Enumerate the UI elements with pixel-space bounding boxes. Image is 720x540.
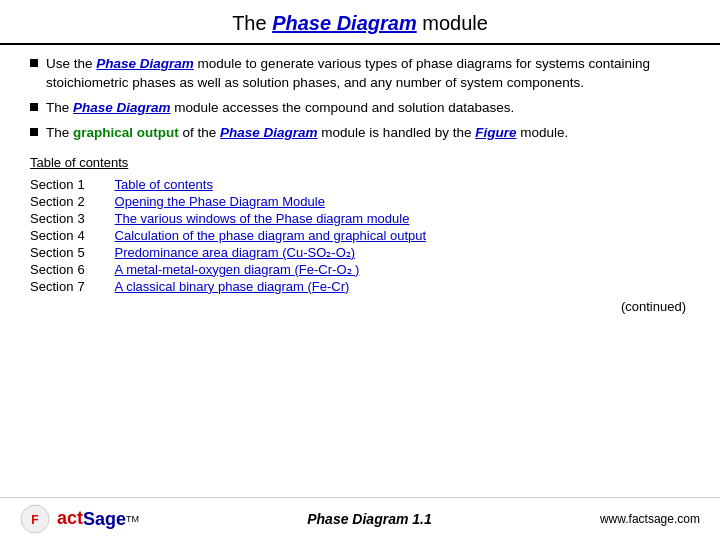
bullet-list: Use the Phase Diagram module to generate… — [30, 55, 690, 143]
toc-title: Table of contents — [30, 155, 690, 170]
b3-phase-diagram: Phase Diagram — [220, 125, 318, 140]
toc-row: Section1Table of contents — [30, 176, 432, 193]
toc-row-num: 6 — [77, 261, 114, 278]
toc-row-link[interactable]: Opening the Phase Diagram Module — [115, 193, 433, 210]
toc-row-num: 2 — [77, 193, 114, 210]
bullet-item-3: The graphical output of the Phase Diagra… — [30, 124, 690, 143]
footer: F act Sage TM Phase Diagram 1.1 www.fact… — [0, 497, 720, 540]
footer-phase-diagram: Phase Diagram — [307, 511, 408, 527]
toc-row-link[interactable]: Predominance area diagram (Cu-SO₂-O₂) — [115, 244, 433, 261]
bullet-text-1: Use the Phase Diagram module to generate… — [46, 55, 690, 93]
toc-row-num: 4 — [77, 227, 114, 244]
toc-row: Section6A metal-metal-oxygen diagram (Fe… — [30, 261, 432, 278]
continued-text: (continued) — [30, 299, 690, 314]
footer-logo: F act Sage TM — [20, 504, 139, 534]
toc-section-label: Section — [30, 210, 77, 227]
title-suffix: module — [417, 12, 488, 34]
toc-row-num: 3 — [77, 210, 114, 227]
toc-section-label: Section — [30, 261, 77, 278]
b3-part1: The — [46, 125, 73, 140]
bullet-icon-1 — [30, 59, 38, 67]
title-italic: Phase Diagram — [272, 12, 417, 34]
b3-figure[interactable]: Figure — [475, 125, 516, 140]
b3-part2: of the — [179, 125, 220, 140]
toc-section-label: Section — [30, 244, 77, 261]
b2-phase-diagram: Phase Diagram — [73, 100, 171, 115]
page-title: The Phase Diagram module — [232, 12, 488, 34]
bullet-item-1: Use the Phase Diagram module to generate… — [30, 55, 690, 93]
toc-row: Section7A classical binary phase diagram… — [30, 278, 432, 295]
b3-graphical-output: graphical output — [73, 125, 179, 140]
toc-row-num: 7 — [77, 278, 114, 295]
logo-tm: TM — [126, 514, 139, 524]
footer-center: Phase Diagram 1.1 — [307, 511, 432, 527]
footer-url: www.factsage.com — [600, 512, 700, 526]
bullet-icon-2 — [30, 103, 38, 111]
toc-row-link[interactable]: The various windows of the Phase diagram… — [115, 210, 433, 227]
toc-row-num: 1 — [77, 176, 114, 193]
toc-section-label: Section — [30, 227, 77, 244]
toc-section-label: Section — [30, 278, 77, 295]
toc-row-link[interactable]: A metal-metal-oxygen diagram (Fe-Cr-O₂ ) — [115, 261, 433, 278]
toc-row: Section2Opening the Phase Diagram Module — [30, 193, 432, 210]
logo-fact-text: act — [57, 508, 83, 528]
toc-row: Section4Calculation of the phase diagram… — [30, 227, 432, 244]
b1-phase-diagram: Phase Diagram — [96, 56, 194, 71]
page-container: The Phase Diagram module Use the Phase D… — [0, 0, 720, 540]
svg-text:F: F — [31, 513, 38, 527]
bullet-item-2: The Phase Diagram module accesses the co… — [30, 99, 690, 118]
header: The Phase Diagram module — [0, 0, 720, 45]
b2-part2: module accesses the compound and solutio… — [171, 100, 515, 115]
toc-row: Section5Predominance area diagram (Cu-SO… — [30, 244, 432, 261]
toc-section-label: Section — [30, 193, 77, 210]
toc-row-link[interactable]: Calculation of the phase diagram and gra… — [115, 227, 433, 244]
b2-part1: The — [46, 100, 73, 115]
b3-part3: module is handled by the — [318, 125, 476, 140]
bullet-text-3: The graphical output of the Phase Diagra… — [46, 124, 568, 143]
footer-version: 1.1 — [412, 511, 431, 527]
main-content: Use the Phase Diagram module to generate… — [0, 45, 720, 497]
b3-part4: module. — [516, 125, 568, 140]
toc-row: Section3The various windows of the Phase… — [30, 210, 432, 227]
toc-section: Table of contents Section1Table of conte… — [30, 155, 690, 295]
logo-sage-text: Sage — [83, 509, 126, 530]
toc-row-link[interactable]: A classical binary phase diagram (Fe-Cr) — [115, 278, 433, 295]
toc-section-label: Section — [30, 176, 77, 193]
title-prefix: The — [232, 12, 272, 34]
bullet-text-2: The Phase Diagram module accesses the co… — [46, 99, 514, 118]
toc-table: Section1Table of contentsSection2Opening… — [30, 176, 432, 295]
toc-row-link[interactable]: Table of contents — [115, 176, 433, 193]
toc-row-num: 5 — [77, 244, 114, 261]
bullet-icon-3 — [30, 128, 38, 136]
logo-fact: F act — [20, 504, 83, 534]
b1-part1: Use the — [46, 56, 96, 71]
